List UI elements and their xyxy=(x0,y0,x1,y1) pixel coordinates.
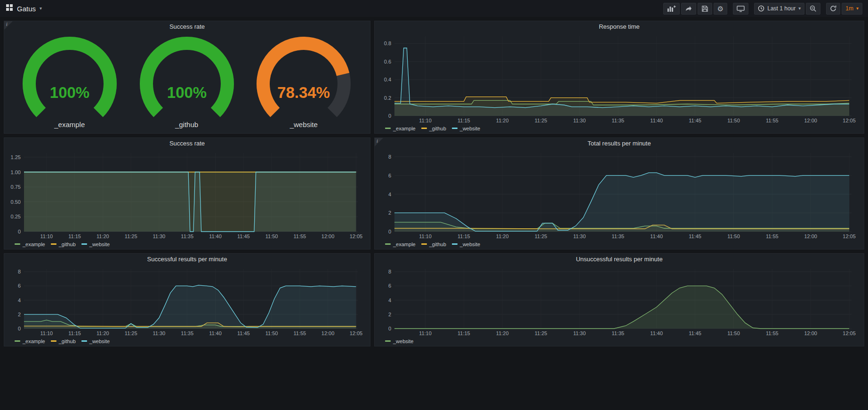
share-button[interactable] xyxy=(681,3,696,15)
svg-text:11:50: 11:50 xyxy=(727,118,740,123)
svg-text:11:45: 11:45 xyxy=(689,330,701,336)
svg-text:11:25: 11:25 xyxy=(535,118,547,123)
refresh-interval-button[interactable]: 1m ▾ xyxy=(842,3,862,15)
success-rate-chart[interactable]: 11:1011:1511:2011:2511:3011:3511:4011:45… xyxy=(7,149,366,240)
panel-title[interactable]: Response time xyxy=(375,21,864,32)
add-panel-button[interactable] xyxy=(663,3,680,15)
save-icon xyxy=(701,5,708,12)
panel-success-rate-gauges: i Success rate 100%_example100%_github78… xyxy=(4,21,370,134)
legend-label: _website xyxy=(89,338,110,344)
svg-text:11:25: 11:25 xyxy=(535,233,547,239)
apps-grid-icon[interactable] xyxy=(6,4,13,13)
svg-text:0: 0 xyxy=(388,113,391,119)
svg-text:0.6: 0.6 xyxy=(384,59,391,64)
settings-button[interactable]: ⚙ xyxy=(714,3,727,15)
legend-swatch xyxy=(81,243,87,245)
svg-text:11:10: 11:10 xyxy=(419,233,432,239)
svg-text:11:40: 11:40 xyxy=(209,233,222,239)
legend-item-github[interactable]: _github xyxy=(51,338,76,344)
chevron-down-icon: ▾ xyxy=(798,6,801,11)
svg-text:11:55: 11:55 xyxy=(294,330,306,336)
svg-text:12:00: 12:00 xyxy=(804,330,817,336)
gauge-example: 100%_example xyxy=(15,37,124,129)
svg-text:11:10: 11:10 xyxy=(419,118,432,123)
svg-text:11:20: 11:20 xyxy=(496,118,509,123)
legend-label: _github xyxy=(429,126,446,131)
svg-text:12:00: 12:00 xyxy=(804,233,817,239)
legend-item-website[interactable]: _website xyxy=(452,126,480,131)
gauge-label: _github xyxy=(175,121,198,129)
legend-swatch xyxy=(15,243,20,245)
svg-text:0.75: 0.75 xyxy=(11,184,21,190)
panel-title[interactable]: Successful results per minute xyxy=(4,254,370,265)
zoom-out-button[interactable] xyxy=(806,3,820,15)
legend: _website xyxy=(378,337,860,345)
svg-text:0.4: 0.4 xyxy=(384,77,391,82)
legend-item-github[interactable]: _github xyxy=(421,126,446,131)
svg-text:8: 8 xyxy=(388,269,391,274)
svg-text:0: 0 xyxy=(18,229,21,234)
unsuccessful-results-chart[interactable]: 11:1011:1511:2011:2511:3011:3511:4011:45… xyxy=(378,265,860,337)
legend-item-github[interactable]: _github xyxy=(51,241,76,247)
svg-text:11:55: 11:55 xyxy=(294,233,306,239)
chevron-down-icon[interactable]: ▾ xyxy=(40,6,42,11)
svg-text:1.25: 1.25 xyxy=(11,154,21,160)
legend-item-website[interactable]: _website xyxy=(452,241,480,247)
view-group xyxy=(733,3,748,15)
settings-gear-icon: ⚙ xyxy=(717,5,723,12)
successful-results-chart[interactable]: 11:1011:1511:2011:2511:3011:3511:4011:45… xyxy=(7,265,366,337)
panel-title[interactable]: Success rate xyxy=(4,21,370,32)
cycle-view-button[interactable] xyxy=(733,3,748,15)
svg-text:11:25: 11:25 xyxy=(125,233,137,239)
panel-title[interactable]: Success rate xyxy=(4,138,370,149)
gauge-website: 78.34%_website xyxy=(249,37,358,129)
svg-text:11:50: 11:50 xyxy=(727,330,740,336)
response-time-chart[interactable]: 11:1011:1511:2011:2511:3011:3511:4011:45… xyxy=(378,32,860,124)
svg-text:11:55: 11:55 xyxy=(766,330,779,336)
svg-text:11:15: 11:15 xyxy=(458,233,470,239)
gauge-label: _example xyxy=(54,121,85,129)
svg-text:11:35: 11:35 xyxy=(181,233,193,239)
legend-item-example[interactable]: _example xyxy=(385,126,416,131)
legend-item-website[interactable]: _website xyxy=(81,241,110,247)
save-button[interactable] xyxy=(698,3,712,15)
legend-label: _website xyxy=(89,241,110,247)
svg-text:12:05: 12:05 xyxy=(843,233,856,239)
svg-text:6: 6 xyxy=(388,173,391,178)
svg-text:11:10: 11:10 xyxy=(40,330,53,336)
panel-actions-group: ⚙ xyxy=(663,3,727,15)
legend-item-website[interactable]: _website xyxy=(385,338,413,344)
total-results-chart[interactable]: 11:1011:1511:2011:2511:3011:3511:4011:45… xyxy=(378,149,860,240)
legend-swatch xyxy=(51,243,56,245)
svg-text:11:30: 11:30 xyxy=(573,118,586,123)
legend-swatch xyxy=(421,128,427,129)
svg-text:12:05: 12:05 xyxy=(843,330,856,336)
svg-text:11:35: 11:35 xyxy=(612,330,625,336)
legend-item-example[interactable]: _example xyxy=(15,338,45,344)
svg-text:2: 2 xyxy=(18,312,21,317)
refresh-icon xyxy=(830,5,836,12)
svg-text:4: 4 xyxy=(388,297,391,303)
dashboard-title[interactable]: Gatus xyxy=(17,5,36,13)
legend-swatch xyxy=(51,340,56,342)
refresh-button[interactable] xyxy=(826,3,840,15)
svg-text:11:30: 11:30 xyxy=(573,233,586,239)
svg-text:11:45: 11:45 xyxy=(689,118,701,123)
legend-item-website[interactable]: _website xyxy=(81,338,110,344)
legend-item-example[interactable]: _example xyxy=(385,241,416,247)
panel-title[interactable]: Unsuccessful results per minute xyxy=(375,254,864,265)
svg-text:11:55: 11:55 xyxy=(766,118,779,123)
time-range-label: Last 1 hour xyxy=(767,5,796,12)
time-range-button[interactable]: Last 1 hour ▾ xyxy=(754,3,804,15)
panel-title[interactable]: Total results per minute xyxy=(375,138,864,149)
legend-swatch xyxy=(81,340,87,342)
svg-text:12:00: 12:00 xyxy=(321,233,335,239)
cycle-view-icon xyxy=(737,5,745,12)
legend-item-github[interactable]: _github xyxy=(421,241,446,247)
svg-text:11:30: 11:30 xyxy=(153,233,166,239)
svg-text:11:30: 11:30 xyxy=(153,330,166,336)
svg-text:11:40: 11:40 xyxy=(650,118,663,123)
legend-swatch xyxy=(421,243,427,245)
svg-text:6: 6 xyxy=(18,283,21,289)
legend-item-example[interactable]: _example xyxy=(15,241,45,247)
